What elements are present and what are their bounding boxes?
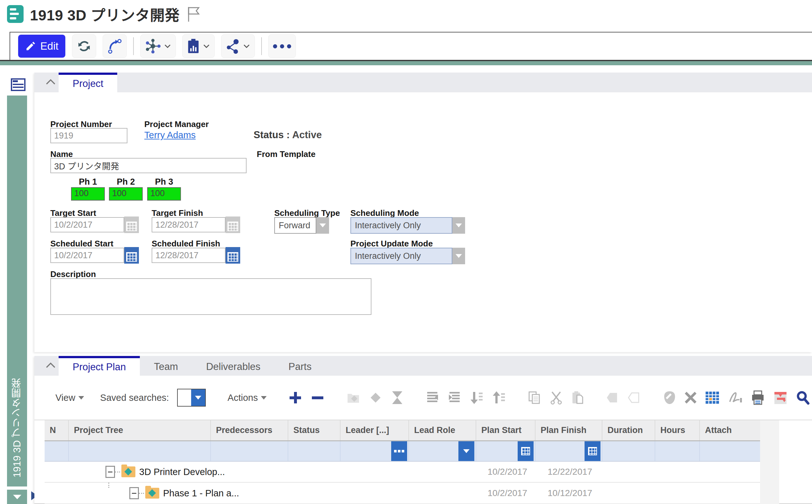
collapse-chevron-icon[interactable]	[45, 78, 56, 85]
target-finish-input[interactable]	[152, 217, 225, 232]
dropdown-arrow-icon[interactable]	[316, 217, 329, 234]
tab-project[interactable]: Project	[59, 73, 117, 92]
col-status[interactable]: Status	[288, 420, 340, 440]
cut-button[interactable]	[550, 390, 563, 405]
relations-menu-button[interactable]	[140, 34, 176, 58]
table-scrollbar-track[interactable]	[760, 420, 779, 504]
search-button[interactable]	[796, 390, 810, 405]
col-plan-finish[interactable]: Plan Finish	[536, 420, 602, 440]
add-task-button[interactable]	[288, 390, 302, 405]
indent-button[interactable]	[448, 390, 462, 405]
collapse-chevron-icon[interactable]	[45, 362, 56, 369]
target-start-input[interactable]	[50, 217, 124, 232]
calendar-icon[interactable]	[225, 217, 240, 233]
wait-button[interactable]	[391, 390, 403, 405]
col-leader[interactable]: Leader [...]	[340, 420, 409, 440]
schedule-table-button[interactable]	[705, 390, 720, 405]
flag-icon[interactable]	[186, 6, 201, 22]
scheduled-finish-input[interactable]	[152, 248, 225, 263]
lead-role-dropdown-button[interactable]	[459, 441, 474, 461]
phase1-progress: 100	[71, 187, 105, 201]
phase2-label: Ph 2	[109, 177, 143, 187]
milestone-folder-button[interactable]	[346, 390, 360, 405]
filter-lead-role[interactable]	[409, 441, 476, 461]
move-down-button[interactable]	[470, 390, 484, 405]
condition-filled-button[interactable]	[606, 390, 620, 405]
project-manager-link[interactable]: Terry Adams	[144, 130, 196, 140]
saved-searches-value	[178, 389, 191, 406]
signature-button[interactable]	[728, 390, 743, 405]
remove-task-button[interactable]	[310, 390, 324, 405]
col-plan-start[interactable]: Plan Start	[476, 420, 536, 440]
col-hours[interactable]: Hours	[655, 420, 700, 440]
print-button[interactable]	[751, 390, 765, 405]
task-name[interactable]: 3D Printer Develop...	[139, 467, 225, 477]
col-predecessors[interactable]: Predecessors	[211, 420, 288, 440]
description-textarea[interactable]	[50, 278, 371, 315]
plan-finish-calendar-button[interactable]	[585, 441, 601, 461]
gantt-filter-button[interactable]	[773, 390, 788, 405]
col-attach[interactable]: Attach	[700, 420, 760, 440]
filter-duration[interactable]	[602, 441, 655, 461]
tree-collapse-toggle[interactable]	[105, 466, 115, 478]
project-plan-panel: Project Plan Team Deliverables Parts Vie…	[34, 356, 812, 504]
summary-form-icon[interactable]	[10, 76, 27, 94]
actions-menu[interactable]: Actions	[227, 393, 267, 403]
col-n[interactable]: N	[45, 420, 69, 440]
calendar-icon[interactable]	[124, 217, 139, 233]
filter-predecessors[interactable]	[211, 441, 288, 461]
col-duration[interactable]: Duration	[602, 420, 655, 440]
paste-button[interactable]	[571, 390, 585, 405]
table-row[interactable]: Phase 1 - Plan a... 10/2/2017 10/12/2017	[45, 483, 760, 504]
filter-n[interactable]	[45, 441, 69, 461]
saved-searches-combo[interactable]	[177, 389, 206, 407]
reports-menu-button[interactable]	[182, 34, 215, 58]
calendar-icon[interactable]	[124, 247, 139, 264]
plan-start-calendar-button[interactable]	[518, 441, 534, 461]
filter-leader[interactable]	[340, 441, 409, 461]
outdent-button[interactable]	[425, 390, 439, 405]
edit-button[interactable]: Edit	[18, 34, 66, 58]
name-input[interactable]	[50, 158, 246, 173]
milestone-button[interactable]	[368, 390, 382, 405]
scheduled-start-input[interactable]	[50, 248, 124, 263]
share-menu-button[interactable]	[221, 34, 255, 58]
col-project-tree[interactable]: Project Tree	[69, 420, 211, 440]
task-name[interactable]: Phase 1 - Plan a...	[163, 488, 239, 499]
project-update-mode-select[interactable]: Interactively Only	[350, 248, 465, 264]
edit-task-button[interactable]	[663, 390, 676, 405]
tab-deliverables[interactable]: Deliverables	[192, 358, 274, 376]
dropdown-arrow-icon[interactable]	[452, 248, 465, 264]
plan-start-cell: 10/2/2017	[476, 462, 536, 482]
filter-plan-start[interactable]	[476, 441, 536, 461]
filter-hours[interactable]	[655, 441, 700, 461]
ellipsis-icon	[394, 450, 404, 452]
calendar-icon[interactable]	[225, 247, 240, 264]
table-row[interactable]: 3D Printer Develop... 10/2/2017 12/22/20…	[45, 462, 760, 483]
delete-button[interactable]	[685, 390, 697, 405]
filter-attach[interactable]	[700, 441, 760, 461]
condition-outline-button[interactable]	[628, 390, 641, 405]
more-actions-button[interactable]	[268, 34, 296, 58]
route-button[interactable]	[103, 34, 127, 58]
dropdown-arrow-icon[interactable]	[191, 389, 205, 406]
tab-team[interactable]: Team	[140, 358, 192, 376]
refresh-button[interactable]	[72, 34, 96, 58]
sidebar-scroll-down-button[interactable]	[7, 490, 27, 504]
tab-parts[interactable]: Parts	[274, 358, 325, 376]
leader-picker-button[interactable]	[391, 441, 407, 461]
filter-status[interactable]	[288, 441, 340, 461]
tree-collapse-toggle[interactable]	[129, 487, 139, 499]
scheduling-mode-select[interactable]: Interactively Only	[350, 217, 465, 234]
move-up-button[interactable]	[492, 390, 506, 405]
col-lead-role[interactable]: Lead Role	[409, 420, 476, 440]
dropdown-arrow-icon[interactable]	[452, 217, 465, 234]
filter-plan-finish[interactable]	[536, 441, 602, 461]
scheduling-type-select[interactable]: Forward	[274, 217, 329, 234]
sidebar-project-strip[interactable]: 1919 3D プリンタ開発	[7, 96, 27, 486]
copy-button[interactable]	[528, 390, 541, 405]
tab-project-plan[interactable]: Project Plan	[59, 356, 140, 376]
filter-project-tree[interactable]	[69, 441, 211, 461]
view-menu[interactable]: View	[55, 393, 84, 403]
project-number-input[interactable]	[50, 128, 127, 143]
